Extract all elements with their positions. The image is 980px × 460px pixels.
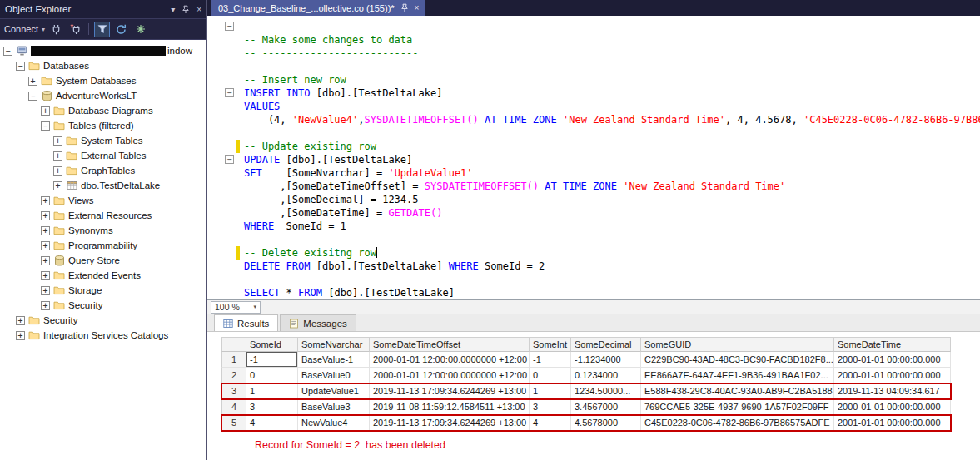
expand-icon[interactable]: + xyxy=(41,301,50,310)
expand-icon[interactable]: + xyxy=(16,316,25,325)
column-header-somedatetimeoffset[interactable]: SomeDateTimeOffset xyxy=(370,337,530,352)
grid-cell[interactable]: BaseValue0 xyxy=(298,368,370,383)
expand-icon[interactable]: + xyxy=(41,286,50,295)
zoom-select[interactable]: 100 % ▾ xyxy=(211,301,261,314)
tree-item-security[interactable]: +Security xyxy=(0,298,206,313)
sql-editor[interactable]: −-- ---------------------------- Make so… xyxy=(207,16,980,299)
connect-plug-icon[interactable] xyxy=(48,22,64,37)
grid-cell[interactable]: E588F438-29C8-40AC-93A0-AB9FC2BA5188 xyxy=(641,383,834,399)
expand-icon[interactable]: + xyxy=(53,166,62,176)
grid-cell[interactable]: 2019-11-08 11:59:12.4584511 +13:00 xyxy=(370,399,530,415)
grid-cell[interactable]: 1 xyxy=(530,383,571,399)
tab-results[interactable]: Results xyxy=(214,314,278,331)
grid-cell[interactable]: 4 xyxy=(246,415,298,431)
tree-item-programmability[interactable]: +Programmability xyxy=(0,238,206,253)
tree-item-external-tables[interactable]: +External Tables xyxy=(0,148,206,163)
expand-icon[interactable]: + xyxy=(41,226,50,235)
row-number[interactable]: 4 xyxy=(221,399,246,415)
grid-cell[interactable]: 3.4567000 xyxy=(571,399,641,415)
grid-cell[interactable]: 3 xyxy=(530,399,571,415)
grid-cell[interactable]: 2001-01-01 00:00:00.000 xyxy=(834,415,951,431)
tree-item-adventureworkslt[interactable]: −AdventureWorksLT xyxy=(0,88,206,103)
tree-item-tables-filtered[interactable]: −Tables (filtered) xyxy=(0,118,206,133)
tree-item-query-store[interactable]: +Query Store xyxy=(0,253,206,268)
collapse-icon[interactable]: − xyxy=(28,92,37,101)
connect-button[interactable]: Connect ▾ xyxy=(4,24,45,34)
grid-cell[interactable]: C45E0228-0C06-4782-86B6-97B86575ADFE xyxy=(641,415,834,431)
close-icon[interactable]: × xyxy=(196,5,201,14)
tree-item-security[interactable]: +Security xyxy=(0,313,206,328)
collapse-icon[interactable]: − xyxy=(3,47,12,56)
grid-cell[interactable]: 1 xyxy=(246,383,298,399)
row-number[interactable]: 1 xyxy=(221,352,246,368)
fold-collapse-icon[interactable]: − xyxy=(225,155,234,164)
expand-icon[interactable]: + xyxy=(41,241,50,250)
stop-icon[interactable] xyxy=(132,22,148,37)
grid-cell[interactable]: 2000-01-01 00:00:00.000 xyxy=(834,399,951,415)
tree-item-system-databases[interactable]: +System Databases xyxy=(0,73,206,88)
tree-item-external-resources[interactable]: +External Resources xyxy=(0,208,206,223)
grid-cell[interactable]: 1234.50000... xyxy=(571,383,641,399)
expand-icon[interactable]: + xyxy=(28,77,37,86)
tree-item-databases[interactable]: −Databases xyxy=(0,58,206,73)
expand-icon[interactable]: + xyxy=(53,151,62,161)
tree-item-synonyms[interactable]: +Synonyms xyxy=(0,223,206,238)
grid-cell[interactable]: 4.5678000 xyxy=(571,415,641,431)
document-tab[interactable]: 03_Change_Baseline_...ollective.co (155)… xyxy=(211,0,425,16)
grid-cell[interactable]: 3 xyxy=(246,399,298,415)
collapse-icon[interactable]: − xyxy=(16,62,25,71)
expand-icon[interactable]: + xyxy=(53,181,62,190)
expand-icon[interactable]: + xyxy=(41,256,50,265)
grid-cell[interactable]: NewValue4 xyxy=(298,415,370,431)
grid-corner-cell[interactable] xyxy=(221,337,246,352)
expand-icon[interactable]: + xyxy=(41,211,50,220)
expand-icon[interactable]: + xyxy=(41,196,50,205)
grid-cell[interactable]: C229BC90-43AD-48C3-BC90-FACBD182F8... xyxy=(641,352,834,368)
column-header-someguid[interactable]: SomeGUID xyxy=(641,337,834,352)
grid-cell[interactable]: 2019-11-13 17:09:34.6244269 +13:00 xyxy=(370,383,530,399)
row-number[interactable]: 2 xyxy=(221,368,246,383)
tree-item-server[interactable]: −indow xyxy=(0,43,206,58)
grid-cell[interactable]: 4 xyxy=(530,415,571,431)
grid-cell[interactable]: 2000-01-01 12:00:00.0000000 +12:00 xyxy=(370,352,530,368)
refresh-icon[interactable] xyxy=(113,22,129,37)
tree-item-database-diagrams[interactable]: +Database Diagrams xyxy=(0,103,206,118)
column-header-someid[interactable]: SomeId xyxy=(246,337,298,352)
column-header-somedecimal[interactable]: SomeDecimal xyxy=(571,337,641,352)
grid-cell[interactable]: -1.1234000 xyxy=(571,352,641,368)
collapse-icon[interactable]: − xyxy=(41,121,50,131)
disconnect-icon[interactable] xyxy=(67,22,83,37)
grid-cell[interactable]: 2000-01-01 00:00:00.000 xyxy=(834,352,951,368)
column-header-somedatetime[interactable]: SomeDateTime xyxy=(834,337,951,352)
filter-icon[interactable] xyxy=(94,22,110,37)
window-menu-icon[interactable]: ▾ xyxy=(171,5,175,14)
grid-cell[interactable]: 2019-11-13 04:09:34.617 xyxy=(834,383,951,399)
grid-cell[interactable]: 0 xyxy=(246,368,298,383)
grid-cell[interactable]: EE866A7E-64A7-4EF1-9B36-491BAA1F02... xyxy=(641,368,834,383)
column-header-someint[interactable]: SomeInt xyxy=(530,337,571,352)
tree-item-storage[interactable]: +Storage xyxy=(0,283,206,298)
grid-cell[interactable]: -1 xyxy=(530,352,571,368)
grid-cell[interactable]: BaseValue-1 xyxy=(298,352,370,368)
grid-cell[interactable]: 2000-01-01 12:00:00.0000000 +12:00 xyxy=(370,368,530,383)
grid-cell[interactable]: 0 xyxy=(530,368,571,383)
tab-pin-icon[interactable] xyxy=(400,3,409,12)
column-header-somenvarchar[interactable]: SomeNvarchar xyxy=(298,337,370,352)
grid-cell[interactable]: -1 xyxy=(246,352,298,368)
grid-cell[interactable]: 2019-11-13 17:09:34.6244269 +13:00 xyxy=(370,415,530,431)
grid-cell[interactable]: BaseValue3 xyxy=(298,399,370,415)
grid-cell[interactable]: 769CCAE5-325E-4937-9690-1A57F02F09FF xyxy=(641,399,834,415)
tree-item-system-tables[interactable]: +System Tables xyxy=(0,133,206,148)
grid-cell[interactable]: 2000-01-01 00:00:00.000 xyxy=(834,368,951,383)
expand-icon[interactable]: + xyxy=(41,106,50,116)
expand-icon[interactable]: + xyxy=(41,271,50,280)
tree-item-integration-services-catalogs[interactable]: +Integration Services Catalogs xyxy=(0,328,206,343)
expand-icon[interactable]: + xyxy=(16,331,25,340)
expand-icon[interactable]: + xyxy=(53,136,62,146)
tree-item-dbo-testdeltalake[interactable]: +dbo.TestDeltaLake xyxy=(0,178,206,193)
grid-cell[interactable]: 0.1234000 xyxy=(571,368,641,383)
row-number[interactable]: 3 xyxy=(221,383,246,399)
row-number[interactable]: 5 xyxy=(221,415,246,431)
tree-item-views[interactable]: +Views xyxy=(0,193,206,208)
fold-collapse-icon[interactable]: − xyxy=(225,88,234,97)
